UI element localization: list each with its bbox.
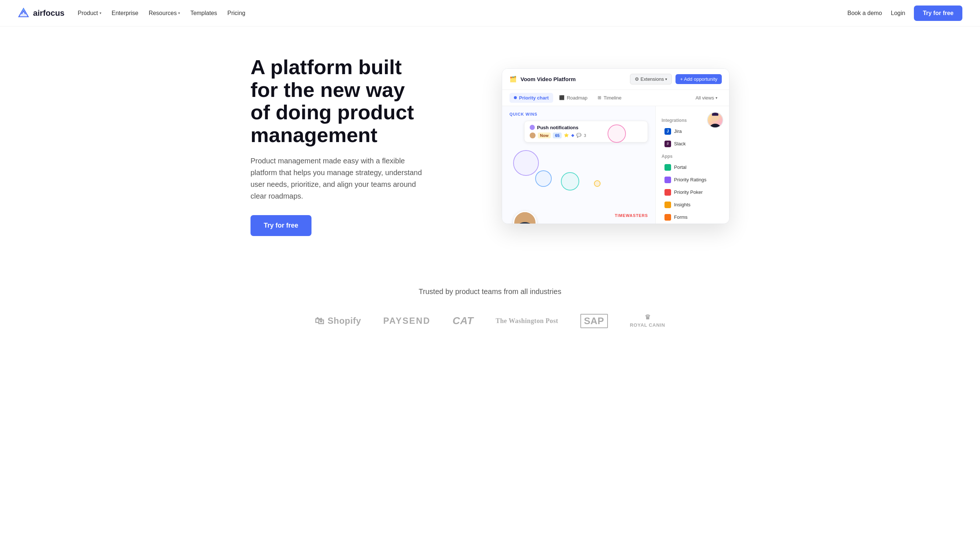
extensions-icon: ⚙ <box>635 76 639 82</box>
avatar-small <box>530 132 536 138</box>
nav-product[interactable]: Product ▾ <box>78 10 101 16</box>
arrow-icon: ◆ <box>571 133 574 138</box>
nav-left: airfocus Product ▾ Enterprise Resources … <box>18 7 245 19</box>
royal-canin-crown: ♛ <box>630 313 665 322</box>
sidebar-item-priority-ratings[interactable]: Priority Ratings <box>662 175 723 186</box>
hero-mockup: 🗂️ Voom Video Platform ⚙ Extensions ▾ + … <box>449 68 730 224</box>
sidebar-item-slack[interactable]: # Slack <box>662 138 723 149</box>
nav-resources[interactable]: Resources ▾ <box>149 10 180 16</box>
tab-priority-chart[interactable]: Priority chart <box>509 93 553 103</box>
trusted-section: Trusted by product teams from all indust… <box>0 258 980 350</box>
hero-cta-button[interactable]: Try for free <box>250 215 312 236</box>
svg-point-2 <box>23 9 25 11</box>
chevron-down-icon: ▾ <box>178 11 180 15</box>
hero-section: A platform built for the new way of doin… <box>233 27 747 258</box>
quick-wins-label: QUICK WINS <box>509 112 538 116</box>
bubble-purple <box>513 150 539 176</box>
all-views-button[interactable]: All views ▾ <box>691 93 722 103</box>
mockup-header: 🗂️ Voom Video Platform ⚙ Extensions ▾ + … <box>502 69 729 90</box>
mockup-tabs: Priority chart ⬛ Roadmap ⊞ Timeline All … <box>502 90 729 106</box>
slack-label: Slack <box>674 141 686 146</box>
portal-label: Portal <box>674 164 687 170</box>
chevron-down-icon: ▾ <box>665 77 667 81</box>
sidebar-panel: Integrations J Jira # Slack Apps <box>655 106 729 224</box>
apps-section-title: Apps <box>662 154 723 159</box>
slack-icon: # <box>665 141 671 147</box>
priority-poker-icon <box>665 189 671 196</box>
person-silhouette <box>514 212 536 224</box>
jira-label: Jira <box>674 129 682 134</box>
hero-description: Product management made easy with a flex… <box>250 155 427 202</box>
score-badge: 65 <box>553 132 562 138</box>
mockup-title-area: 🗂️ Voom Video Platform <box>509 76 576 83</box>
insights-icon <box>665 202 671 208</box>
logos-row: 🛍 Shopify PAYSEND CAT The Washington Pos… <box>18 313 963 328</box>
nav-cta-button[interactable]: Try for free <box>914 5 963 21</box>
comment-icon: 💬 <box>576 133 581 138</box>
chevron-down-icon: ▾ <box>716 96 718 100</box>
bubble-pink <box>608 124 626 143</box>
sidebar-item-forms[interactable]: Forms <box>662 212 723 223</box>
priority-poker-label: Priority Poker <box>674 189 703 195</box>
washington-post-logo: The Washington Post <box>495 317 558 325</box>
chevron-down-icon: ▾ <box>100 11 101 15</box>
hero-content: A platform built for the new way of doin… <box>250 56 427 236</box>
royal-canin-logo: ♛ ROYAL CANIN <box>630 313 665 328</box>
tab-timeline[interactable]: ⊞ Timeline <box>593 93 626 103</box>
woman-silhouette <box>708 112 722 128</box>
shopify-logo: 🛍 Shopify <box>315 315 361 327</box>
avatar-man-placeholder <box>514 212 536 224</box>
forms-label: Forms <box>674 214 687 220</box>
active-tab-indicator <box>514 96 517 99</box>
nav-pricing[interactable]: Pricing <box>228 10 245 16</box>
book-demo-button[interactable]: Book a demo <box>847 10 882 16</box>
avatar-man <box>513 211 537 224</box>
sidebar-item-priority-poker[interactable]: Priority Poker <box>662 187 723 198</box>
star-icon: ⭐ <box>564 133 569 138</box>
tab-roadmap[interactable]: ⬛ Roadmap <box>555 93 592 103</box>
extensions-button[interactable]: ⚙ Extensions ▾ <box>630 74 672 84</box>
workspace-name: Voom Video Platform <box>520 76 576 82</box>
nav-enterprise[interactable]: Enterprise <box>112 10 138 16</box>
chart-area: QUICK WINS Push notifications Now 65 ⭐ <box>502 106 655 224</box>
nav-right: Book a demo Login Try for free <box>847 5 963 21</box>
push-notifications-card[interactable]: Push notifications Now 65 ⭐ ◆ 💬 3 <box>524 121 648 143</box>
svg-point-3 <box>520 212 530 218</box>
nav-links: Product ▾ Enterprise Resources ▾ Templat… <box>78 10 245 16</box>
bubble-teal <box>561 172 579 191</box>
login-button[interactable]: Login <box>891 10 905 16</box>
timewasters-label: TIMEWASTERS <box>615 213 648 218</box>
sidebar-item-insights[interactable]: Insights <box>662 199 723 210</box>
add-opportunity-button[interactable]: + Add opportunity <box>676 74 722 84</box>
cat-logo: CAT <box>453 315 474 327</box>
nav-templates[interactable]: Templates <box>190 10 217 16</box>
push-notif-header: Push notifications <box>530 125 643 130</box>
hero-title: A platform built for the new way of doin… <box>250 56 427 146</box>
mockup-header-actions: ⚙ Extensions ▾ + Add opportunity <box>630 74 722 84</box>
logo-icon <box>18 7 29 19</box>
push-notif-icon <box>530 125 535 130</box>
jira-icon: J <box>665 128 671 135</box>
avatar-woman <box>707 112 723 128</box>
bubble-yellow <box>594 180 601 187</box>
sap-logo: SAP <box>581 314 608 328</box>
priority-ratings-icon <box>665 176 671 183</box>
product-mockup: 🗂️ Voom Video Platform ⚙ Extensions ▾ + … <box>502 68 730 224</box>
logo[interactable]: airfocus <box>18 7 65 19</box>
priority-ratings-label: Priority Ratings <box>674 177 706 183</box>
paysend-logo: PAYSEND <box>383 316 431 326</box>
navbar: airfocus Product ▾ Enterprise Resources … <box>0 0 980 27</box>
now-badge: Now <box>538 132 550 138</box>
sidebar-item-portal[interactable]: Portal <box>662 162 723 173</box>
insights-label: Insights <box>674 202 690 207</box>
trusted-title: Trusted by product teams from all indust… <box>18 287 963 296</box>
bubble-blue <box>535 170 552 187</box>
grid-icon: 🗂️ <box>509 76 517 83</box>
logo-text: airfocus <box>33 8 65 18</box>
portal-icon <box>665 164 671 171</box>
push-notif-name: Push notifications <box>537 125 579 130</box>
comment-count: 3 <box>584 133 586 138</box>
shopify-icon: 🛍 <box>315 315 325 327</box>
mockup-body: QUICK WINS Push notifications Now 65 ⭐ <box>502 106 729 224</box>
forms-icon <box>665 214 671 221</box>
